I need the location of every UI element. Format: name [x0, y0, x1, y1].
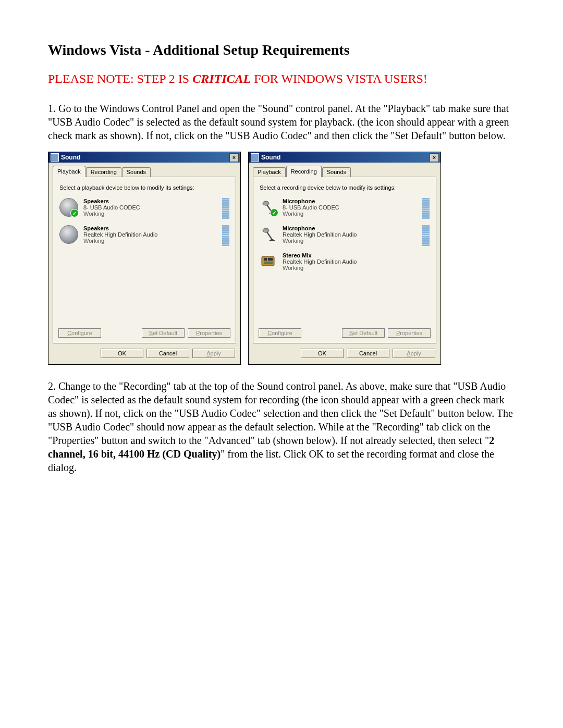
sound-app-icon: [251, 153, 259, 162]
device-row[interactable]: Stereo Mix Realtek High Definition Audio…: [259, 251, 431, 272]
note-critical: CRITICAL: [192, 72, 251, 85]
tabstrip: Playback Recording Sounds: [48, 163, 240, 177]
step2-text: 2. Change to the "Recording" tab at the …: [48, 379, 515, 474]
svg-rect-5: [264, 258, 267, 261]
note-suffix: FOR WINDOWS VISTA USERS!: [251, 72, 427, 85]
u: A: [407, 350, 410, 356]
svg-rect-4: [262, 256, 274, 266]
device-status: Working: [283, 211, 417, 217]
device-status: Working: [283, 238, 417, 244]
device-sub: Realtek High Definition Audio: [283, 258, 430, 265]
device-status: Working: [83, 211, 217, 217]
title-text: Sound: [261, 154, 430, 161]
recording-device-list: ✓ Microphone 8- USB Audio CODEC Working: [259, 197, 431, 324]
svg-point-2: [263, 228, 269, 232]
device-text: Speakers 8- USB Audio CODEC Working: [83, 198, 217, 217]
svg-rect-7: [264, 262, 273, 264]
device-name: Microphone: [283, 225, 417, 231]
sound-app-icon: [51, 153, 59, 162]
u: P: [396, 330, 400, 336]
microphone-icon: [260, 225, 277, 243]
tab-playback[interactable]: Playback: [253, 167, 286, 177]
device-name: Speakers: [83, 198, 217, 204]
device-text: Microphone 8- USB Audio CODEC Working: [283, 198, 417, 217]
sound-dialog-recording: Sound × Playback Recording Sounds Select…: [248, 152, 441, 365]
page-heading: Windows Vista - Additional Setup Require…: [48, 42, 515, 58]
speaker-icon: ✓: [59, 198, 78, 217]
tabbody-playback: Select a playback device below to modify…: [53, 177, 236, 343]
u: S: [349, 330, 353, 336]
device-sub: Realtek High Definition Audio: [83, 231, 217, 238]
u: C: [267, 330, 272, 336]
sound-dialog-playback: Sound × Playback Recording Sounds Select…: [48, 152, 241, 365]
svg-line-3: [267, 232, 272, 240]
device-row[interactable]: ✓ Speakers 8- USB Audio CODEC Working: [58, 197, 230, 220]
device-row[interactable]: Speakers Realtek High Definition Audio W…: [58, 224, 230, 247]
step2-a: 2. Change to the "Recording" tab at the …: [48, 380, 513, 446]
set-default-button[interactable]: Set Default: [142, 328, 185, 338]
configure-button[interactable]: Configure: [259, 328, 301, 338]
level-meter-icon: [222, 198, 229, 219]
device-buttons-row: Configure Set Default Properties: [259, 324, 431, 338]
default-check-icon: ✓: [70, 209, 79, 217]
playback-device-list: ✓ Speakers 8- USB Audio CODEC Working Sp…: [58, 197, 230, 324]
device-text: Stereo Mix Realtek High Definition Audio…: [283, 252, 430, 271]
title-text: Sound: [61, 154, 229, 161]
titlebar: Sound ×: [48, 152, 240, 163]
device-status: Working: [83, 238, 217, 244]
device-row[interactable]: Microphone Realtek High Definition Audio…: [259, 224, 431, 247]
device-row[interactable]: ✓ Microphone 8- USB Audio CODEC Working: [259, 197, 431, 220]
apply-button[interactable]: Apply: [192, 349, 235, 358]
ok-button[interactable]: OK: [301, 349, 344, 358]
speaker-icon: [59, 225, 78, 244]
device-buttons-row: Configure Set Default Properties: [58, 324, 230, 338]
microphone-icon: ✓: [260, 198, 277, 216]
device-sub: 8- USB Audio CODEC: [283, 204, 417, 211]
svg-rect-6: [268, 258, 273, 261]
u: P: [196, 330, 200, 336]
screenshots-row: Sound × Playback Recording Sounds Select…: [48, 152, 515, 365]
tab-recording[interactable]: Recording: [86, 167, 121, 177]
soundcard-icon: [260, 252, 277, 270]
titlebar: Sound ×: [249, 152, 440, 163]
tabbody-recording: Select a recording device below to modif…: [253, 177, 436, 343]
device-status: Working: [283, 265, 430, 271]
cancel-button[interactable]: Cancel: [347, 349, 389, 358]
tabstrip: Playback Recording Sounds: [249, 163, 440, 177]
default-check-icon: ✓: [270, 208, 278, 217]
device-name: Microphone: [283, 198, 417, 204]
ok-button[interactable]: OK: [101, 349, 143, 358]
tab-playback[interactable]: Playback: [53, 166, 85, 177]
critical-note: PLEASE NOTE: STEP 2 IS CRITICAL FOR WIND…: [48, 72, 515, 86]
properties-button[interactable]: Properties: [188, 328, 230, 338]
device-name: Stereo Mix: [283, 252, 430, 258]
set-default-button[interactable]: Set Default: [342, 328, 385, 338]
tab-recording[interactable]: Recording: [286, 166, 322, 177]
properties-button[interactable]: Properties: [388, 328, 431, 338]
device-text: Speakers Realtek High Definition Audio W…: [83, 225, 217, 244]
device-text: Microphone Realtek High Definition Audio…: [283, 225, 417, 244]
device-name: Speakers: [83, 225, 217, 231]
level-meter-icon: [422, 198, 430, 219]
u: A: [206, 350, 210, 356]
configure-button[interactable]: Configure: [58, 328, 101, 338]
device-sub: 8- USB Audio CODEC: [83, 204, 217, 211]
tab-sounds[interactable]: Sounds: [122, 167, 151, 177]
level-meter-icon: [222, 225, 229, 246]
svg-point-0: [263, 201, 269, 205]
playback-instruct: Select a playback device below to modify…: [59, 184, 230, 191]
level-meter-icon: [422, 225, 430, 246]
close-button[interactable]: ×: [430, 153, 439, 162]
recording-instruct: Select a recording device below to modif…: [260, 184, 431, 191]
dialog-footer: OK Cancel Apply: [48, 343, 240, 364]
u: S: [149, 330, 153, 336]
cancel-button[interactable]: Cancel: [146, 349, 189, 358]
u: C: [67, 330, 71, 336]
apply-button[interactable]: Apply: [393, 349, 435, 358]
tab-sounds[interactable]: Sounds: [322, 167, 351, 177]
note-prefix: PLEASE NOTE: STEP 2 IS: [48, 72, 192, 85]
device-sub: Realtek High Definition Audio: [283, 231, 417, 238]
close-button[interactable]: ×: [229, 153, 239, 162]
dialog-footer: OK Cancel Apply: [249, 343, 440, 364]
step1-text: 1. Go to the Windows Control Panel and o…: [48, 102, 515, 142]
